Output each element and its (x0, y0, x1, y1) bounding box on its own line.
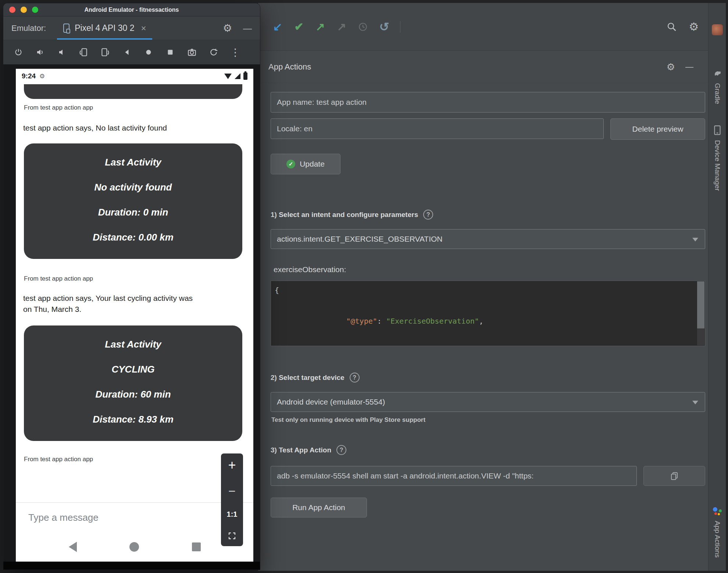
dropdown-arrow-icon (692, 401, 698, 405)
home-button[interactable] (143, 47, 154, 58)
card-title: Last Activity (31, 339, 236, 350)
card-activity: CYCLING (31, 364, 236, 375)
volume-down-button[interactable] (56, 47, 67, 58)
parameter-name-label: exerciseObservation: (271, 265, 705, 274)
step3-help-icon[interactable]: ? (336, 445, 346, 455)
locale-field[interactable] (271, 118, 604, 139)
copy-icon (670, 471, 679, 480)
battery-icon (243, 72, 247, 80)
desktop: ↙ ✔ ↗ ↗ ↺ ⚙ App Actions ⚙ (0, 0, 728, 573)
step1-label: 1) Select an intent and configure parame… (271, 211, 418, 219)
window-title: Android Emulator - fitnessactions (3, 7, 260, 13)
emulator-label: Emulator: (11, 24, 46, 33)
last-activity-card: Last Activity No activity found Duration… (24, 143, 242, 259)
power-button[interactable] (13, 47, 24, 58)
overview-button[interactable] (165, 47, 176, 58)
search-icon[interactable] (666, 21, 677, 33)
code-value-type: "ExerciseObservation" (386, 317, 479, 325)
phone-screen: 9:24 ⚙ From test app action app test app… (16, 69, 253, 562)
more-options-icon[interactable]: ⋮ (230, 47, 241, 58)
tab-gradle[interactable]: Gradle (713, 69, 722, 104)
delete-preview-button[interactable]: Delete preview (610, 118, 705, 140)
tool-window-strip: Gradle Device Manager App Actions (708, 3, 726, 571)
back-button[interactable] (121, 47, 132, 58)
device-manager-icon (713, 125, 721, 135)
copy-command-button[interactable] (643, 466, 705, 486)
zoom-in-button[interactable]: + (228, 459, 236, 472)
card-activity: No activity found (31, 182, 236, 193)
camera-button[interactable] (186, 47, 197, 58)
profile-avatar[interactable] (712, 24, 723, 35)
history-clock-icon[interactable] (357, 21, 368, 33)
update-project-icon[interactable]: ↙ (272, 21, 283, 33)
zoom-out-button[interactable]: − (228, 485, 236, 497)
device-tab-label: Pixel 4 API 30 2 (75, 23, 134, 33)
panel-title: App Actions (268, 62, 311, 72)
target-device-dropdown[interactable]: Android device (emulator-5554) (271, 392, 705, 412)
app-actions-panel-content: Delete preview ✓ Update 1) Select an int… (258, 83, 708, 517)
fit-screen-icon[interactable] (228, 531, 236, 540)
step1-label-row: 1) Select an intent and configure parame… (271, 210, 705, 220)
zoom-ratio-button[interactable]: 1:1 (227, 510, 238, 519)
nav-overview-button[interactable] (192, 542, 201, 551)
adb-command-field[interactable] (271, 466, 637, 486)
last-activity-card: Last Activity CYCLING Duration: 60 min D… (24, 325, 242, 441)
signal-icon (235, 73, 240, 79)
phone-screen-bezel: 9:24 ⚙ From test app action app test app… (3, 64, 260, 562)
toolbar-divider (400, 21, 400, 33)
locale-row: Delete preview (271, 118, 705, 140)
message-input[interactable] (28, 512, 163, 523)
snapshot-restore-button[interactable] (208, 47, 219, 58)
run-app-action-button[interactable]: Run App Action (271, 498, 367, 517)
settings-gear-icon[interactable]: ⚙ (688, 21, 699, 33)
scrolled-card-stub (24, 84, 242, 99)
update-button-label: Update (300, 160, 325, 168)
tab-app-actions-label: App Actions (713, 521, 721, 558)
nav-home-button[interactable] (129, 542, 139, 552)
dropdown-arrow-icon (692, 238, 698, 242)
active-tab-underline (57, 38, 152, 40)
emulator-minimize-icon[interactable]: — (243, 24, 252, 33)
tab-close-icon[interactable]: × (141, 23, 146, 33)
app-name-field[interactable] (271, 92, 705, 113)
update-button[interactable]: ✓ Update (271, 154, 340, 174)
intent-dropdown-value: actions.intent.GET_EXERCISE_OBSERVATION (277, 235, 443, 243)
emulator-toolbar: Emulator: Pixel 4 API 30 2 × ⚙ — (3, 17, 260, 40)
emulator-settings-gear-icon[interactable]: ⚙ (223, 23, 232, 33)
rollforward-icon[interactable]: ↗ (336, 21, 347, 33)
tab-device-manager[interactable]: Device Manager (713, 125, 721, 191)
wifi-icon (224, 74, 232, 79)
volume-up-button[interactable] (35, 47, 46, 58)
message-sender-label: From test app action app (24, 104, 253, 111)
android-studio-window: ↙ ✔ ↗ ↗ ↺ ⚙ App Actions ⚙ (258, 3, 726, 571)
intent-dropdown[interactable]: actions.intent.GET_EXERCISE_OBSERVATION (271, 229, 705, 249)
rotate-right-button[interactable] (100, 47, 111, 58)
card-duration: Duration: 60 min (31, 389, 236, 400)
undo-icon[interactable]: ↺ (379, 21, 390, 33)
step2-help-icon[interactable]: ? (350, 373, 360, 382)
adb-command-row (271, 466, 705, 486)
card-distance: Distance: 8.93 km (31, 414, 236, 425)
studio-main-area: ↙ ✔ ↗ ↗ ↺ ⚙ App Actions ⚙ (258, 3, 708, 571)
nav-back-button[interactable] (69, 542, 77, 552)
panel-gear-icon[interactable]: ⚙ (667, 62, 675, 72)
json-parameter-editor[interactable]: { "@type": "ExerciseObservation", "@cont… (271, 281, 705, 346)
step3-label-row: 3) Test App Action ? (271, 445, 705, 455)
zoom-panel: + − 1:1 (221, 453, 243, 546)
emulator-controls: ⋮ (3, 40, 260, 64)
code-open-brace: { (275, 286, 279, 295)
push-icon[interactable]: ↗ (315, 21, 326, 33)
tab-app-actions[interactable]: App Actions (713, 506, 722, 558)
emulator-window: Android Emulator - fitnessactions Emulat… (3, 3, 260, 570)
panel-minimize-icon[interactable]: — (685, 63, 693, 71)
status-time: 9:24 (22, 72, 36, 80)
commit-check-icon[interactable]: ✔ (293, 21, 304, 33)
device-tab[interactable]: Pixel 4 API 30 2 × (59, 17, 150, 40)
step1-help-icon[interactable]: ? (423, 210, 433, 220)
tab-device-manager-label: Device Manager (713, 140, 721, 191)
emulator-titlebar: Android Emulator - fitnessactions (3, 3, 260, 17)
rotate-left-button[interactable] (78, 47, 89, 58)
code-scrollbar-thumb[interactable] (697, 281, 704, 328)
phone-tab-icon (63, 23, 70, 33)
status-bar: 9:24 ⚙ (16, 69, 253, 83)
